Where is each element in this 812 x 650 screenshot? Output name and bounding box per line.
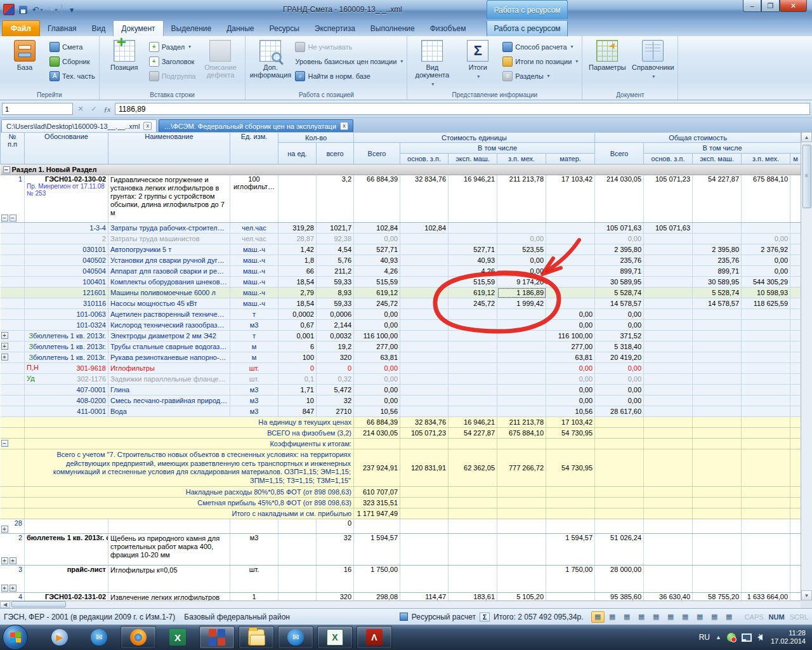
cell[interactable]: 323 315,51	[354, 498, 400, 508]
cell[interactable]	[1, 266, 25, 277]
table-row[interactable]: +Збюллетень 1 кв. 2013г.Электроды диамет…	[1, 331, 801, 342]
cell[interactable]: Збюллетень 1 кв. 2013г.	[25, 331, 108, 342]
cell[interactable]: 0,67	[278, 320, 317, 331]
cell[interactable]: 28 617,60	[595, 406, 644, 417]
horizontal-scroll-thumb[interactable]	[11, 601, 66, 607]
table-row[interactable]: 030101Автопогрузчики 5 тмаш.-ч1,424,5452…	[1, 244, 801, 255]
cell[interactable]	[693, 439, 742, 449]
cell[interactable]: 102,84	[400, 223, 449, 234]
cell[interactable]	[449, 498, 497, 508]
cell[interactable]	[644, 277, 693, 288]
cell[interactable]: 277,00	[354, 342, 400, 352]
cell[interactable]	[693, 566, 742, 593]
cell[interactable]	[790, 175, 801, 223]
cell[interactable]: 0,00	[354, 385, 400, 395]
taskbar-button-adobe-reader[interactable]: Λ	[357, 626, 392, 649]
cell[interactable]: 214 030,05	[595, 175, 644, 223]
cell[interactable]: 1 750,00	[546, 566, 595, 593]
cell[interactable]	[497, 309, 546, 320]
cell[interactable]: 2 395,80	[595, 244, 644, 255]
cell[interactable]: 040504	[25, 266, 108, 277]
cell[interactable]	[595, 417, 644, 428]
table-row[interactable]: ВСЕГО на физобъем (3,2)214 030,05105 071…	[1, 428, 801, 439]
table-row[interactable]: 101-0324Кислород технический газообраз…м…	[1, 320, 801, 331]
cell[interactable]: 211,2	[317, 266, 354, 277]
table-row[interactable]: 3++прайс-листИглофильтры к=0,05шт.161 75…	[1, 566, 801, 593]
cell[interactable]: 17 103,42	[546, 417, 595, 428]
cell[interactable]	[400, 374, 449, 385]
cell[interactable]: 118 625,59	[742, 298, 790, 309]
cell[interactable]: 619,12	[449, 288, 497, 298]
cell[interactable]	[742, 417, 790, 428]
cell[interactable]	[693, 508, 742, 519]
cell[interactable]: 1,71	[278, 385, 317, 395]
document-tab[interactable]: C:\Users\lad\Desktop\160009-13__.__..xml…	[1, 119, 157, 132]
cell[interactable]: 2,79	[278, 288, 317, 298]
cell[interactable]: −	[1, 439, 25, 449]
cell[interactable]: 36 630,40	[644, 593, 693, 601]
cell[interactable]: 105 071,23	[644, 175, 693, 223]
cell[interactable]: Ацетилен растворенный техниче…	[108, 309, 230, 320]
itogi-button[interactable]: Σ Итоги▾	[457, 39, 499, 90]
cell[interactable]	[644, 266, 693, 277]
cell[interactable]	[644, 244, 693, 255]
cell[interactable]	[1, 320, 25, 331]
clock[interactable]: 11:28 17.02.2014	[771, 629, 806, 646]
cell[interactable]: 32 834,76	[400, 417, 449, 428]
cell[interactable]: Коэффициенты к итогам:	[25, 439, 354, 449]
cell[interactable]	[546, 288, 595, 298]
cell[interactable]	[644, 309, 693, 320]
podgruppa-button[interactable]: Подгруппа	[149, 69, 196, 83]
cell[interactable]: 235,76	[693, 255, 742, 266]
cell[interactable]: 10,56	[546, 406, 595, 417]
cell[interactable]: ГЭСН01-02-130-02Пр. Минрегион от 17.11.0…	[25, 175, 108, 223]
col-grand-machines[interactable]: эксп. маш.	[693, 154, 742, 164]
cell[interactable]: 114,47	[400, 593, 449, 601]
cell[interactable]: м3	[230, 406, 278, 417]
cell[interactable]: 92,38	[317, 234, 354, 244]
cell[interactable]: 0,00	[546, 374, 595, 385]
cell[interactable]	[546, 593, 595, 601]
cell[interactable]	[693, 449, 742, 487]
col-qty-total[interactable]: всего	[317, 143, 354, 164]
cell[interactable]	[693, 406, 742, 417]
table-row[interactable]: Накладные расходы 80%*0,85 ФОТ (от 898 0…	[1, 487, 801, 498]
cell[interactable]	[497, 320, 546, 331]
cell[interactable]	[497, 406, 546, 417]
cell[interactable]: 0,00	[595, 385, 644, 395]
cell[interactable]: 0,00	[354, 234, 400, 244]
cell[interactable]	[25, 519, 108, 534]
cell[interactable]: 58 755,20	[693, 593, 742, 601]
cell[interactable]	[497, 385, 546, 395]
cell[interactable]	[644, 449, 693, 487]
cell[interactable]	[595, 428, 644, 439]
cell[interactable]	[742, 352, 790, 363]
cell[interactable]	[400, 363, 449, 374]
cell[interactable]: 4,26	[449, 266, 497, 277]
language-indicator[interactable]: RU	[699, 633, 710, 642]
name-box[interactable]: 1	[2, 103, 73, 115]
cell[interactable]	[400, 385, 449, 395]
cell[interactable]	[278, 566, 317, 593]
cell[interactable]: 2710	[317, 406, 354, 417]
cell[interactable]: м3	[230, 320, 278, 331]
cell[interactable]	[400, 439, 449, 449]
cell[interactable]	[693, 363, 742, 374]
cell[interactable]: 527,71	[354, 244, 400, 255]
cell[interactable]: 28 000,00	[595, 566, 644, 593]
cell[interactable]	[742, 406, 790, 417]
cell[interactable]	[742, 508, 790, 519]
cell[interactable]: 66 884,39	[354, 175, 400, 223]
cell[interactable]	[742, 395, 790, 406]
cell[interactable]: 847	[278, 406, 317, 417]
collapse-icon[interactable]: −	[1, 215, 8, 222]
cell[interactable]: 30 589,95	[595, 277, 644, 288]
cell[interactable]: 1 186,89	[497, 288, 546, 298]
cell[interactable]	[546, 498, 595, 508]
ribbon-tab-file[interactable]: Файл	[2, 20, 40, 36]
cell[interactable]	[742, 498, 790, 508]
cell[interactable]	[693, 534, 742, 566]
table-row[interactable]: 411-0001Водам3847271010,5610,5628 617,60	[1, 406, 801, 417]
taskbar-button-explorer[interactable]	[239, 626, 274, 649]
table-row[interactable]: 408-0200Смесь песчано-гравийная природ…м…	[1, 395, 801, 406]
